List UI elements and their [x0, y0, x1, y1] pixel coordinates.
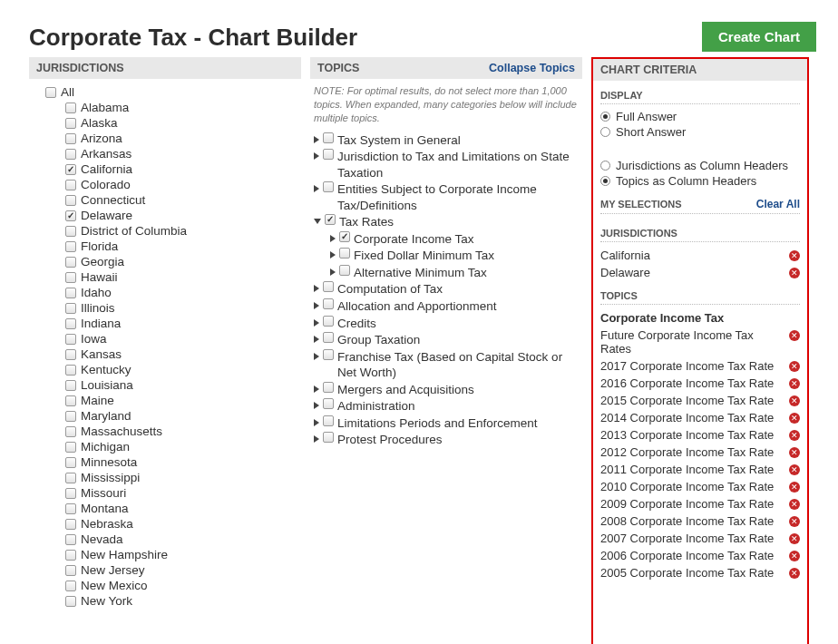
column-header-option[interactable]: Topics as Column Headers	[600, 173, 800, 189]
radio-icon[interactable]	[600, 176, 610, 186]
remove-icon[interactable]: ✕	[789, 268, 800, 278]
jurisdiction-item[interactable]: Kentucky	[65, 362, 301, 377]
caret-right-icon[interactable]	[314, 136, 319, 143]
caret-right-icon[interactable]	[314, 285, 319, 292]
checkbox-icon[interactable]	[323, 349, 334, 360]
checkbox-icon[interactable]	[323, 281, 334, 292]
jurisdiction-item[interactable]: Minnesota	[65, 454, 301, 470]
jurisdiction-item[interactable]: Connecticut	[65, 192, 301, 208]
checkbox-icon[interactable]	[323, 181, 334, 192]
caret-right-icon[interactable]	[314, 385, 319, 393]
checkbox-icon[interactable]	[325, 214, 336, 225]
checkbox-icon[interactable]	[323, 149, 334, 160]
checkbox-icon[interactable]	[65, 503, 76, 514]
topic-item[interactable]: Corporate Income Tax	[310, 231, 582, 249]
jurisdiction-item[interactable]: Arkansas	[65, 146, 301, 161]
checkbox-icon[interactable]	[323, 415, 334, 426]
checkbox-icon[interactable]	[65, 133, 76, 144]
jurisdiction-item[interactable]: Illinois	[65, 300, 301, 316]
remove-icon[interactable]: ✕	[789, 330, 800, 341]
jurisdiction-item[interactable]: Nevada	[65, 532, 301, 547]
checkbox-icon[interactable]	[65, 581, 76, 591]
radio-icon[interactable]	[600, 127, 610, 137]
topic-item[interactable]: Group Taxation	[310, 332, 582, 349]
checkbox-icon[interactable]	[65, 534, 76, 545]
topic-item[interactable]: Fixed Dollar Minimum Tax	[310, 248, 582, 265]
checkbox-icon[interactable]	[323, 132, 334, 143]
checkbox-icon[interactable]	[65, 272, 76, 283]
jurisdiction-item[interactable]: Alaska	[65, 115, 301, 131]
topic-item[interactable]: Protest Procedures	[310, 432, 582, 449]
checkbox-icon[interactable]	[65, 241, 76, 252]
jurisdiction-item[interactable]: Alabama	[65, 100, 301, 115]
checkbox-icon[interactable]	[65, 210, 76, 221]
remove-icon[interactable]: ✕	[789, 533, 800, 544]
caret-right-icon[interactable]	[330, 268, 336, 276]
remove-icon[interactable]: ✕	[789, 413, 800, 424]
checkbox-icon[interactable]	[65, 164, 76, 175]
jurisdiction-item[interactable]: Louisiana	[65, 377, 301, 393]
topic-item[interactable]: Credits	[310, 316, 582, 333]
checkbox-icon[interactable]	[65, 426, 76, 437]
checkbox-icon[interactable]	[65, 149, 76, 160]
checkbox-icon[interactable]	[323, 316, 334, 327]
remove-icon[interactable]: ✕	[789, 378, 800, 389]
checkbox-icon[interactable]	[65, 457, 76, 468]
jurisdiction-all[interactable]: All	[45, 84, 301, 100]
checkbox-icon[interactable]	[65, 226, 76, 237]
jurisdiction-item[interactable]: New York	[65, 593, 301, 609]
checkbox-icon[interactable]	[323, 432, 334, 443]
jurisdiction-item[interactable]: Iowa	[65, 331, 301, 346]
jurisdiction-item[interactable]: New Hampshire	[65, 547, 301, 562]
jurisdiction-item[interactable]: Georgia	[65, 254, 301, 269]
checkbox-icon[interactable]	[65, 395, 76, 406]
topic-item[interactable]: Mergers and Acquisitions	[310, 382, 582, 399]
remove-icon[interactable]: ✕	[789, 430, 800, 441]
jurisdiction-item[interactable]: Florida	[65, 239, 301, 254]
jurisdiction-item[interactable]: Colorado	[65, 177, 301, 192]
jurisdiction-item[interactable]: Maine	[65, 393, 301, 408]
jurisdiction-item[interactable]: Kansas	[65, 346, 301, 362]
jurisdiction-item[interactable]: Massachusetts	[65, 424, 301, 439]
caret-right-icon[interactable]	[314, 302, 319, 309]
jurisdiction-item[interactable]: California	[65, 161, 301, 177]
checkbox-icon[interactable]	[65, 411, 76, 422]
remove-icon[interactable]: ✕	[789, 516, 800, 527]
checkbox-icon[interactable]	[65, 102, 76, 113]
jurisdiction-item[interactable]: Michigan	[65, 439, 301, 454]
jurisdiction-item[interactable]: Delaware	[65, 208, 301, 223]
checkbox-icon[interactable]	[65, 596, 76, 607]
radio-icon[interactable]	[600, 161, 610, 171]
remove-icon[interactable]: ✕	[789, 395, 800, 406]
checkbox-icon[interactable]	[65, 334, 76, 345]
caret-right-icon[interactable]	[330, 251, 336, 259]
remove-icon[interactable]: ✕	[789, 464, 800, 475]
remove-icon[interactable]: ✕	[789, 482, 800, 493]
checkbox-icon[interactable]	[45, 87, 56, 98]
remove-icon[interactable]: ✕	[789, 447, 800, 458]
caret-right-icon[interactable]	[314, 402, 319, 409]
checkbox-icon[interactable]	[65, 550, 76, 561]
checkbox-icon[interactable]	[65, 488, 76, 499]
checkbox-icon[interactable]	[65, 380, 76, 391]
topic-item[interactable]: Entities Subject to Corporate Income Tax…	[310, 181, 582, 214]
radio-icon[interactable]	[600, 112, 610, 122]
checkbox-icon[interactable]	[65, 365, 76, 376]
clear-all-link[interactable]: Clear All	[756, 198, 800, 210]
create-chart-button[interactable]: Create Chart	[702, 22, 816, 52]
remove-icon[interactable]: ✕	[789, 361, 800, 372]
checkbox-icon[interactable]	[65, 519, 76, 530]
jurisdiction-item[interactable]: Montana	[65, 501, 301, 516]
caret-right-icon[interactable]	[314, 185, 319, 192]
remove-icon[interactable]: ✕	[789, 568, 800, 579]
remove-icon[interactable]: ✕	[789, 551, 800, 561]
collapse-topics-link[interactable]: Collapse Topics	[489, 62, 575, 74]
checkbox-icon[interactable]	[65, 195, 76, 206]
jurisdiction-item[interactable]: Arizona	[65, 131, 301, 146]
topic-item[interactable]: Computation of Tax	[310, 281, 582, 298]
checkbox-icon[interactable]	[323, 332, 334, 343]
jurisdiction-item[interactable]: Mississippi	[65, 470, 301, 485]
topic-item[interactable]: Tax Rates	[310, 214, 582, 231]
checkbox-icon[interactable]	[65, 565, 76, 576]
caret-down-icon[interactable]	[314, 219, 321, 224]
